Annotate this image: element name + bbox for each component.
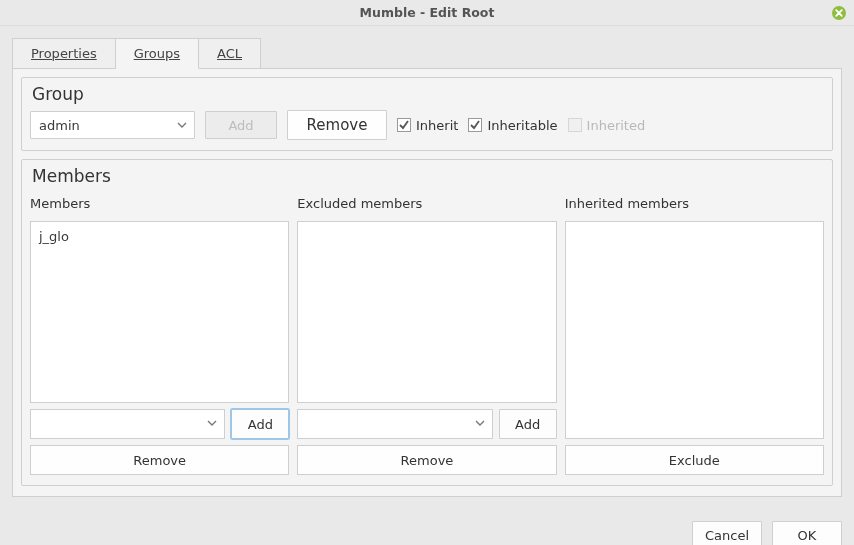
titlebar: Mumble - Edit Root	[0, 0, 854, 26]
inherit-label: Inherit	[416, 118, 458, 133]
inherit-checkbox[interactable]: Inherit	[397, 118, 458, 133]
inherited-label: Inherited	[587, 118, 646, 133]
tab-panel-groups: Group admin Add Remove	[12, 68, 842, 497]
inherited-column-title: Inherited members	[565, 196, 824, 211]
inheritable-label: Inheritable	[487, 118, 557, 133]
group-combo[interactable]: admin	[30, 111, 195, 139]
members-add-button[interactable]: Add	[231, 409, 289, 439]
members-remove-button[interactable]: Remove	[30, 445, 289, 475]
excluded-add-button[interactable]: Add	[499, 409, 557, 439]
excluded-listbox[interactable]	[297, 221, 556, 403]
members-column: Members j_glo Add	[30, 192, 289, 475]
excluded-remove-button[interactable]: Remove	[297, 445, 556, 475]
window-title: Mumble - Edit Root	[360, 5, 495, 20]
close-icon[interactable]	[831, 5, 847, 21]
tab-properties[interactable]: Properties	[12, 38, 116, 69]
tabbar: Properties Groups ACL	[12, 38, 842, 69]
members-panel: Members Members j_glo	[21, 159, 833, 486]
dialog-footer: Cancel OK	[0, 509, 854, 545]
chevron-down-icon	[474, 417, 486, 432]
members-listbox[interactable]: j_glo	[30, 221, 289, 403]
list-item[interactable]: j_glo	[39, 228, 280, 245]
excluded-column: Excluded members Add Remove	[297, 192, 556, 475]
group-combo-value: admin	[39, 118, 80, 133]
members-column-title: Members	[30, 196, 289, 211]
chevron-down-icon	[176, 119, 188, 131]
inherited-checkbox: Inherited	[568, 118, 646, 133]
chevron-down-icon	[206, 417, 218, 432]
tab-groups[interactable]: Groups	[116, 38, 199, 69]
inherited-listbox[interactable]	[565, 221, 824, 439]
inherited-exclude-button[interactable]: Exclude	[565, 445, 824, 475]
excluded-add-combo[interactable]	[297, 409, 492, 439]
inheritable-checkbox[interactable]: Inheritable	[468, 118, 557, 133]
ok-button[interactable]: OK	[772, 521, 842, 545]
inherited-column: Inherited members Exclude	[565, 192, 824, 475]
tab-acl[interactable]: ACL	[199, 38, 261, 69]
excluded-column-title: Excluded members	[297, 196, 556, 211]
group-remove-button[interactable]: Remove	[287, 110, 387, 140]
members-add-combo[interactable]	[30, 409, 225, 439]
group-panel: Group admin Add Remove	[21, 77, 833, 151]
members-panel-title: Members	[32, 166, 824, 186]
group-panel-title: Group	[32, 84, 824, 104]
cancel-button[interactable]: Cancel	[692, 521, 762, 545]
group-add-button: Add	[205, 111, 277, 139]
